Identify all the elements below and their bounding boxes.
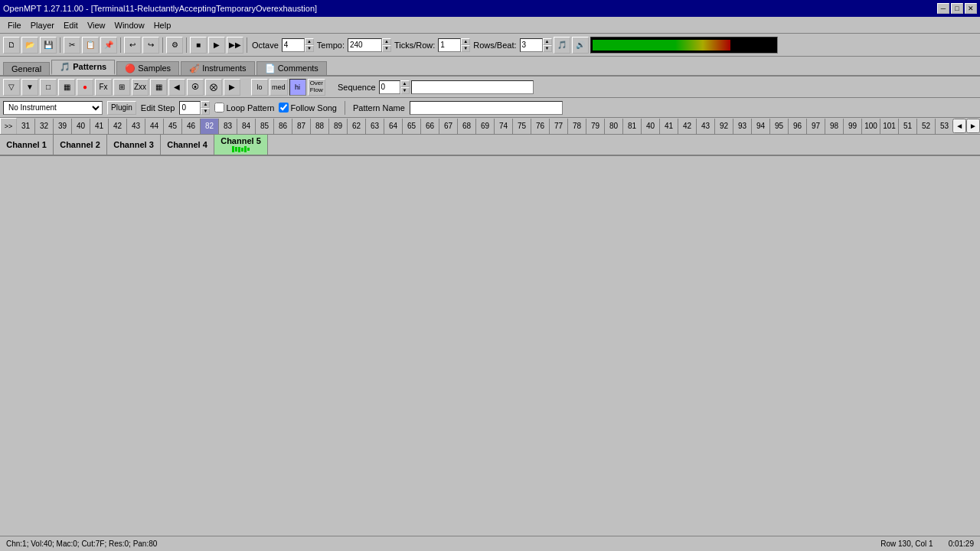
row-num-101[interactable]: 101 bbox=[880, 119, 899, 134]
pattern-grid-button[interactable]: ▦ bbox=[150, 79, 167, 96]
row-num-63[interactable]: 63 bbox=[366, 119, 384, 134]
record-button[interactable]: ● bbox=[77, 79, 93, 96]
row-num-86[interactable]: 86 bbox=[274, 119, 292, 134]
row-num-75[interactable]: 75 bbox=[513, 119, 531, 134]
save-button[interactable]: 💾 bbox=[40, 37, 57, 54]
menu-view[interactable]: View bbox=[83, 19, 110, 31]
row-num-77[interactable]: 77 bbox=[550, 119, 568, 134]
row-num-46[interactable]: 46 bbox=[182, 119, 201, 134]
target-button[interactable]: ⦿ bbox=[187, 79, 204, 96]
row-num-32[interactable]: 32 bbox=[35, 119, 54, 134]
row-num-79[interactable]: 79 bbox=[586, 119, 605, 134]
row-num-98[interactable]: 98 bbox=[825, 119, 844, 134]
row-num-42[interactable]: 42 bbox=[109, 119, 127, 134]
row-num-96[interactable]: 96 bbox=[789, 119, 807, 134]
channel-header-4[interactable]: Channel 4 bbox=[161, 135, 214, 155]
edit-step-down[interactable]: ▼ bbox=[201, 108, 210, 115]
menu-file[interactable]: File bbox=[3, 19, 26, 31]
forward-button[interactable]: ▶ bbox=[224, 79, 240, 96]
row-num-76[interactable]: 76 bbox=[531, 119, 550, 134]
settings-button[interactable]: ⚙ bbox=[166, 37, 183, 54]
row-num-31[interactable]: 31 bbox=[17, 119, 35, 134]
row-num-100[interactable]: 100 bbox=[862, 119, 880, 134]
row-num-82[interactable]: 82 bbox=[201, 119, 219, 134]
channel-header-1[interactable]: Channel 1 bbox=[0, 135, 54, 155]
row-num-68[interactable]: 68 bbox=[458, 119, 476, 134]
back-button[interactable]: ◀ bbox=[168, 79, 185, 96]
row-num-40[interactable]: 40 bbox=[72, 119, 90, 134]
tab-general[interactable]: General bbox=[3, 62, 50, 75]
add-channel-button[interactable]: ▽ bbox=[3, 79, 20, 96]
row-num-51[interactable]: 51 bbox=[899, 119, 917, 134]
row-num-41[interactable]: 41 bbox=[660, 119, 678, 134]
tab-samples[interactable]: 🔴 Samples bbox=[116, 61, 179, 75]
octave-up-button[interactable]: ▲ bbox=[305, 38, 314, 45]
paste-button[interactable]: 📌 bbox=[100, 37, 117, 54]
row-num-74[interactable]: 74 bbox=[495, 119, 513, 134]
midi-button[interactable]: 🎵 bbox=[554, 37, 570, 54]
tempo-up-button[interactable]: ▲ bbox=[382, 38, 391, 45]
play-song-button[interactable]: ▶▶ bbox=[227, 37, 243, 54]
row-num-78[interactable]: 78 bbox=[568, 119, 586, 134]
menu-edit[interactable]: Edit bbox=[59, 19, 83, 31]
octave-input[interactable] bbox=[282, 38, 305, 52]
row-num-81[interactable]: 81 bbox=[623, 119, 642, 134]
sequence-name-input[interactable] bbox=[411, 80, 534, 94]
pattern-view-button[interactable]: □ bbox=[40, 79, 57, 96]
prev-rows-button[interactable]: >> bbox=[0, 118, 17, 135]
row-num-92[interactable]: 92 bbox=[715, 119, 733, 134]
follow-song-checkbox[interactable] bbox=[279, 103, 289, 112]
row-num-66[interactable]: 66 bbox=[421, 119, 439, 134]
tempo-down-button[interactable]: ▼ bbox=[382, 45, 391, 52]
row-num-80[interactable]: 80 bbox=[605, 119, 623, 134]
tab-patterns[interactable]: 🎵 Patterns bbox=[51, 60, 115, 75]
row-num-65[interactable]: 65 bbox=[403, 119, 421, 134]
channel-header-3[interactable]: Channel 3 bbox=[107, 135, 161, 155]
row-num-53[interactable]: 53 bbox=[936, 119, 952, 134]
edit-step-up[interactable]: ▲ bbox=[201, 101, 210, 108]
scroll-right-button[interactable]: ► bbox=[966, 119, 980, 133]
tab-comments[interactable]: 📄 Comments bbox=[256, 61, 327, 75]
loop-pattern-check[interactable]: Loop Pattern bbox=[214, 103, 274, 112]
hi-button[interactable]: hi bbox=[289, 79, 306, 96]
row-num-62[interactable]: 62 bbox=[348, 119, 366, 134]
channel-header-5[interactable]: Channel 5 bbox=[214, 135, 268, 155]
row-num-39[interactable]: 39 bbox=[54, 119, 72, 134]
play-button[interactable]: ▶ bbox=[208, 37, 225, 54]
row-num-45[interactable]: 45 bbox=[164, 119, 182, 134]
scroll-left-button[interactable]: ◄ bbox=[952, 119, 966, 133]
plugin-button[interactable]: Plugin bbox=[107, 101, 136, 115]
rows-input[interactable] bbox=[520, 38, 543, 52]
cut-button[interactable]: ✂ bbox=[64, 37, 80, 54]
row-num-43[interactable]: 43 bbox=[697, 119, 715, 134]
sequence-input[interactable] bbox=[379, 80, 400, 94]
maximize-button[interactable]: □ bbox=[951, 3, 963, 14]
row-num-64[interactable]: 64 bbox=[384, 119, 403, 134]
overlow-button[interactable]: OverFlow bbox=[308, 79, 325, 96]
row-num-44[interactable]: 44 bbox=[145, 119, 164, 134]
close-button[interactable]: ✕ bbox=[965, 3, 977, 14]
new-button[interactable]: 🗋 bbox=[3, 37, 20, 54]
row-num-69[interactable]: 69 bbox=[476, 119, 495, 134]
remove-channel-button[interactable]: ▼ bbox=[21, 79, 38, 96]
ticks-up-button[interactable]: ▲ bbox=[461, 38, 470, 45]
fx-button[interactable]: Fx bbox=[95, 79, 112, 96]
row-num-42[interactable]: 42 bbox=[678, 119, 697, 134]
loop-pattern-checkbox[interactable] bbox=[214, 103, 224, 112]
row-num-99[interactable]: 99 bbox=[844, 119, 862, 134]
follow-song-check[interactable]: Follow Song bbox=[279, 103, 337, 112]
redo-button[interactable]: ↪ bbox=[142, 37, 159, 54]
menu-player[interactable]: Player bbox=[26, 19, 59, 31]
lo-button[interactable]: lo bbox=[251, 79, 268, 96]
edit-step-input[interactable] bbox=[179, 101, 201, 115]
row-num-88[interactable]: 88 bbox=[311, 119, 329, 134]
row-num-83[interactable]: 83 bbox=[219, 119, 237, 134]
stop-button[interactable]: ■ bbox=[190, 37, 207, 54]
row-num-67[interactable]: 67 bbox=[439, 119, 458, 134]
menu-help[interactable]: Help bbox=[149, 19, 176, 31]
tab-instruments[interactable]: 🎻 Instruments bbox=[181, 61, 255, 75]
med-button[interactable]: med bbox=[270, 79, 288, 96]
row-num-95[interactable]: 95 bbox=[770, 119, 789, 134]
rows-down-button[interactable]: ▼ bbox=[543, 45, 552, 52]
instrument-select[interactable]: No Instrument bbox=[3, 101, 103, 115]
